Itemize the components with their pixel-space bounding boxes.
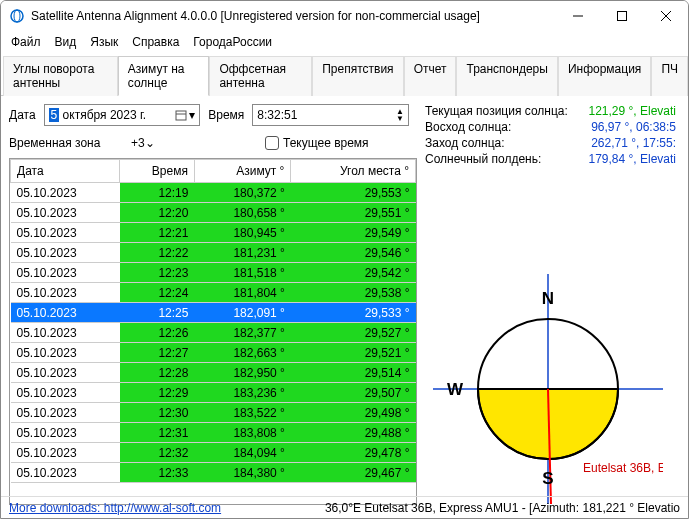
timezone-select[interactable]: +3⌄ bbox=[131, 136, 221, 150]
svg-text:S: S bbox=[542, 469, 553, 488]
tab-transponders[interactable]: Транспондеры bbox=[456, 56, 557, 96]
svg-rect-3 bbox=[618, 12, 627, 21]
calendar-icon[interactable]: ▾ bbox=[175, 108, 195, 122]
window-title: Satellite Antenna Alignment 4.0.0.0 [Unr… bbox=[31, 9, 556, 23]
tab-angles[interactable]: Углы поворота антенны bbox=[3, 56, 118, 96]
status-satellite: 36,0°E Eutelsat 36B, Express AMU1 - [Azi… bbox=[325, 501, 680, 515]
app-icon bbox=[9, 8, 25, 24]
table-row[interactable]: 05.10.202312:20180,658 °29,551 ° bbox=[11, 203, 416, 223]
status-bar: More downloads: http://www.al-soft.com 3… bbox=[1, 496, 688, 518]
time-picker[interactable]: 8:32:51 ▲▼ bbox=[252, 104, 409, 126]
table-row[interactable]: 05.10.202312:32184,094 °29,478 ° bbox=[11, 443, 416, 463]
table-row[interactable]: 05.10.202312:31183,808 °29,488 ° bbox=[11, 423, 416, 443]
maximize-button[interactable] bbox=[600, 1, 644, 31]
col-azimuth[interactable]: Азимут ° bbox=[194, 160, 290, 183]
svg-point-0 bbox=[11, 10, 23, 22]
date-picker[interactable]: 5 октября 2023 г. ▾ bbox=[44, 104, 201, 126]
tab-info[interactable]: Информация bbox=[558, 56, 651, 96]
table-row[interactable]: 05.10.202312:27182,663 °29,521 ° bbox=[11, 343, 416, 363]
table-row[interactable]: 05.10.202312:24181,804 °29,538 ° bbox=[11, 283, 416, 303]
time-label: Время bbox=[208, 108, 244, 122]
tab-offset[interactable]: Оффсетная антенна bbox=[209, 56, 312, 96]
table-row[interactable]: 05.10.202312:33184,380 °29,467 ° bbox=[11, 463, 416, 483]
col-date[interactable]: Дата bbox=[11, 160, 120, 183]
current-time-label: Текущее время bbox=[283, 136, 369, 150]
table-row[interactable]: 05.10.202312:28182,950 °29,514 ° bbox=[11, 363, 416, 383]
timezone-label: Временная зона bbox=[9, 136, 117, 150]
chevron-down-icon: ⌄ bbox=[145, 136, 155, 150]
sun-table[interactable]: Дата Время Азимут ° Угол места ° 05.10.2… bbox=[9, 158, 417, 505]
table-row[interactable]: 05.10.202312:30183,522 °29,498 ° bbox=[11, 403, 416, 423]
close-button[interactable] bbox=[644, 1, 688, 31]
tab-obstacles[interactable]: Препятствия bbox=[312, 56, 403, 96]
menu-file[interactable]: Файл bbox=[11, 35, 41, 49]
title-bar: Satellite Antenna Alignment 4.0.0.0 [Unr… bbox=[1, 1, 688, 31]
table-row[interactable]: 05.10.202312:21180,945 °29,549 ° bbox=[11, 223, 416, 243]
table-row[interactable]: 05.10.202312:23181,518 °29,542 ° bbox=[11, 263, 416, 283]
table-row[interactable]: 05.10.202312:19180,372 °29,553 ° bbox=[11, 183, 416, 203]
current-time-checkbox[interactable] bbox=[265, 136, 279, 150]
time-spinner[interactable]: ▲▼ bbox=[396, 108, 404, 122]
menu-view[interactable]: Вид bbox=[55, 35, 77, 49]
date-label: Дата bbox=[9, 108, 36, 122]
table-row[interactable]: 05.10.202312:29183,236 °29,507 ° bbox=[11, 383, 416, 403]
table-row[interactable]: 05.10.202312:22181,231 °29,546 ° bbox=[11, 243, 416, 263]
svg-point-1 bbox=[14, 10, 20, 22]
tab-if[interactable]: ПЧ bbox=[651, 56, 688, 96]
menu-lang[interactable]: Язык bbox=[90, 35, 118, 49]
table-row[interactable]: 05.10.202312:26182,377 °29,527 ° bbox=[11, 323, 416, 343]
menu-cities[interactable]: ГородаРоссии bbox=[193, 35, 272, 49]
minimize-button[interactable] bbox=[556, 1, 600, 31]
tab-report[interactable]: Отчет bbox=[404, 56, 457, 96]
compass-chart: N W S Eutelsat 36B, Express AMU bbox=[433, 274, 663, 504]
menu-bar: Файл Вид Язык Справка ГородаРоссии bbox=[1, 31, 688, 55]
sun-info: Текущая позиция солнца:121,29 °, Elevati… bbox=[423, 104, 682, 166]
satellite-label: Eutelsat 36B, Express AMU bbox=[583, 461, 663, 475]
tab-bar: Углы поворота антенны Азимут на солнце О… bbox=[1, 55, 688, 96]
col-time[interactable]: Время bbox=[120, 160, 195, 183]
svg-text:N: N bbox=[542, 289, 554, 308]
tab-sun-azimuth[interactable]: Азимут на солнце bbox=[118, 56, 210, 96]
col-elevation[interactable]: Угол места ° bbox=[291, 160, 416, 183]
table-row[interactable]: 05.10.202312:25182,091 °29,533 ° bbox=[11, 303, 416, 323]
download-link[interactable]: More downloads: http://www.al-soft.com bbox=[9, 501, 221, 515]
menu-help[interactable]: Справка bbox=[132, 35, 179, 49]
svg-text:W: W bbox=[447, 380, 464, 399]
svg-rect-6 bbox=[176, 111, 186, 120]
